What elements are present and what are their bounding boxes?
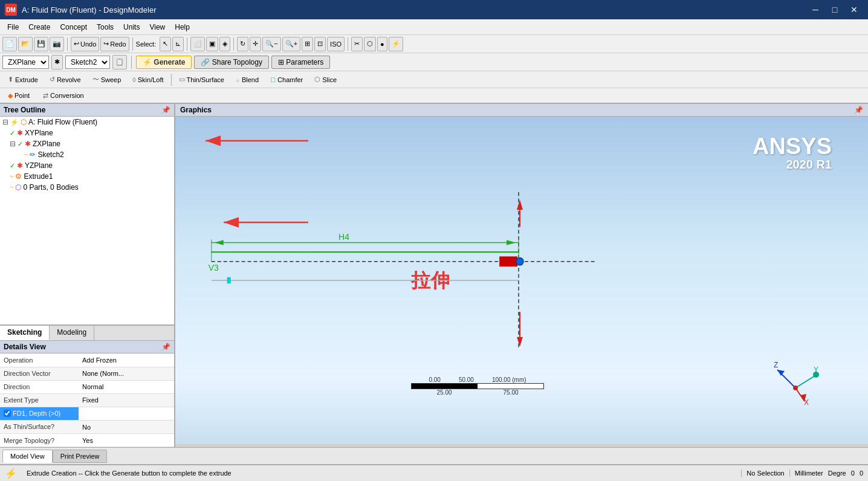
- tree-label-xy: XYPlane: [25, 129, 53, 137]
- tree-label-zx: ZXPlane: [33, 140, 60, 148]
- undo-button[interactable]: ↩ Undo: [71, 37, 99, 51]
- parameters-button[interactable]: ⊞ Parameters: [271, 56, 330, 69]
- svg-text:Z: Z: [774, 361, 778, 369]
- window-controls: ─ □ ✕: [806, 2, 863, 18]
- view-btn-3[interactable]: ◈: [219, 37, 230, 51]
- tab-model-view[interactable]: Model View: [2, 450, 53, 463]
- menu-tools[interactable]: Tools: [92, 22, 118, 33]
- tree-check-ext: ~: [10, 173, 13, 180]
- depth-checkbox[interactable]: [4, 410, 11, 417]
- generate-button[interactable]: ⚡ Generate: [136, 56, 192, 69]
- canvas-area[interactable]: ANSYS 2020 R1 拉伸 H4 V3: [175, 117, 868, 444]
- blend-button[interactable]: ⬦ Blend: [230, 73, 264, 86]
- detail-value-dirvec[interactable]: None (Norm...: [79, 367, 174, 380]
- share-topology-button[interactable]: 🔗 Share Topology: [194, 56, 269, 69]
- tree-item-root[interactable]: ⊟ ⚡ ⬡ A: Fluid Flow (Fluent): [0, 117, 174, 128]
- plane-icon-btn[interactable]: ✱: [51, 55, 63, 69]
- chamfer-icon: ◻: [270, 76, 276, 83]
- sketch-icon-btn[interactable]: 📋: [112, 55, 127, 69]
- detail-row-thinsurface: As Thin/Surface? No: [0, 421, 174, 434]
- tree-label-parts: 0 Parts, 0 Bodies: [23, 183, 78, 192]
- tree-item-xyplane[interactable]: ✓ ✱ XYPlane: [0, 128, 174, 138]
- cube-btn[interactable]: ⬡: [364, 37, 376, 51]
- graphics-pin-icon[interactable]: 📌: [854, 106, 863, 114]
- menu-help[interactable]: Help: [170, 22, 195, 33]
- rotate-btn[interactable]: ↻: [237, 37, 248, 51]
- tree-icon-sketch: ✏: [30, 150, 36, 159]
- select-mode-1[interactable]: ↖: [160, 37, 171, 51]
- sketch-selector[interactable]: Sketch2 Sketch1: [65, 56, 110, 69]
- zoom-in-btn[interactable]: 🔍+: [282, 37, 300, 51]
- sep6: [131, 56, 132, 69]
- tree-label-yz: YZPlane: [25, 161, 53, 170]
- extrude-button[interactable]: ⬆ Extrude: [2, 73, 44, 86]
- thinsurface-button[interactable]: ▭ Thin/Surface: [173, 73, 230, 86]
- detail-value-direction[interactable]: Normal: [79, 380, 174, 393]
- tree-item-sketch2[interactable]: ~ ✏ Sketch2: [0, 149, 174, 160]
- menu-file[interactable]: File: [2, 22, 24, 33]
- select-mode-2[interactable]: ⊾: [172, 37, 184, 51]
- camera-button[interactable]: 📷: [50, 37, 64, 51]
- revolve-icon: ↺: [50, 76, 55, 83]
- tree-item-zxplane[interactable]: ⊟ ✓ ✱ ZXPlane: [0, 138, 174, 149]
- tab-modeling[interactable]: Modeling: [50, 326, 94, 340]
- extra-btn[interactable]: ⚡: [389, 37, 403, 51]
- menu-concept[interactable]: Concept: [55, 22, 92, 33]
- details-pin-icon[interactable]: 📌: [161, 343, 170, 351]
- open-button[interactable]: 📂: [18, 37, 33, 51]
- new-button[interactable]: 📄: [2, 37, 17, 51]
- minimize-button[interactable]: ─: [806, 2, 824, 18]
- pan-btn[interactable]: ✛: [250, 37, 261, 51]
- point-button[interactable]: ◆ Point: [2, 89, 35, 102]
- detail-value-depth[interactable]: 4: [79, 407, 174, 421]
- status-message: Extrude Creation -- Click the Generate b…: [27, 470, 232, 477]
- tree-item-yzplane[interactable]: ✓ ✱ YZPlane: [0, 160, 174, 171]
- zoom-box-btn[interactable]: ⊞: [302, 37, 313, 51]
- redo-button[interactable]: ↪ Redo: [100, 37, 129, 51]
- sweep-button[interactable]: 〜 Sweep: [87, 73, 127, 86]
- plane-selector[interactable]: ZXPlane XYPlane YZPlane: [2, 56, 49, 69]
- status-units: Millimeter: [789, 470, 823, 477]
- extrude-icon: ⬆: [8, 76, 13, 83]
- snap-btn[interactable]: ✂: [351, 37, 363, 51]
- tree-pin-icon[interactable]: 📌: [161, 106, 170, 114]
- pointbar: ◆ Point ⇄ Conversion: [0, 88, 868, 104]
- slice-icon: ⬡: [314, 76, 320, 83]
- zoom-out-btn[interactable]: 🔍−: [262, 37, 280, 51]
- tab-print-preview[interactable]: Print Preview: [53, 450, 108, 463]
- details-view: Details View 📌 Operation Add Frozen Dire…: [0, 341, 174, 447]
- svg-text:V3: V3: [209, 263, 219, 273]
- tree-item-parts[interactable]: ~ ⬡ 0 Parts, 0 Bodies: [0, 182, 174, 193]
- view-btn-1[interactable]: ⬜: [190, 37, 205, 51]
- view-tabs-bar: Model View Print Preview: [0, 447, 868, 464]
- slice-button[interactable]: ⬡ Slice: [309, 73, 342, 86]
- save-button[interactable]: 💾: [34, 37, 48, 51]
- svg-rect-10: [499, 256, 517, 266]
- skinloft-button[interactable]: ◊ Skin/Loft: [127, 73, 169, 86]
- detail-label-dirvec: Direction Vector: [0, 367, 79, 380]
- detail-row-mergetopo: Merge Topology? Yes: [0, 434, 174, 447]
- zoom-fit-btn[interactable]: ⊡: [314, 37, 326, 51]
- detail-value-operation[interactable]: Add Frozen: [79, 353, 174, 367]
- tree-item-extrude1[interactable]: ~ ⚙ Extrude1: [0, 171, 174, 182]
- menu-view[interactable]: View: [144, 22, 170, 33]
- menu-units[interactable]: Units: [118, 22, 144, 33]
- view-btn-2[interactable]: ▣: [206, 37, 218, 51]
- skinloft-icon: ◊: [132, 76, 135, 83]
- revolve-button[interactable]: ↺ Revolve: [44, 73, 86, 86]
- conversion-button[interactable]: ⇄ Conversion: [37, 89, 89, 102]
- dot-btn[interactable]: ●: [377, 37, 387, 51]
- tree-collapse-icon: ⊟: [2, 118, 8, 126]
- tab-sketching[interactable]: Sketching: [0, 326, 50, 340]
- detail-value-extenttype[interactable]: Fixed: [79, 393, 174, 407]
- svg-text:Y: Y: [814, 366, 818, 374]
- detail-value-mergetopo[interactable]: Yes: [79, 434, 174, 447]
- detail-value-thinsurface[interactable]: No: [79, 421, 174, 434]
- close-button[interactable]: ✕: [845, 2, 863, 18]
- tree-icon-xy: ✱: [17, 129, 23, 137]
- detail-label-extenttype: Extent Type: [0, 393, 79, 407]
- chamfer-button[interactable]: ◻ Chamfer: [265, 73, 308, 86]
- menu-create[interactable]: Create: [24, 22, 55, 33]
- zoom-reset-btn[interactable]: ISO: [327, 37, 345, 51]
- maximize-button[interactable]: □: [826, 2, 844, 18]
